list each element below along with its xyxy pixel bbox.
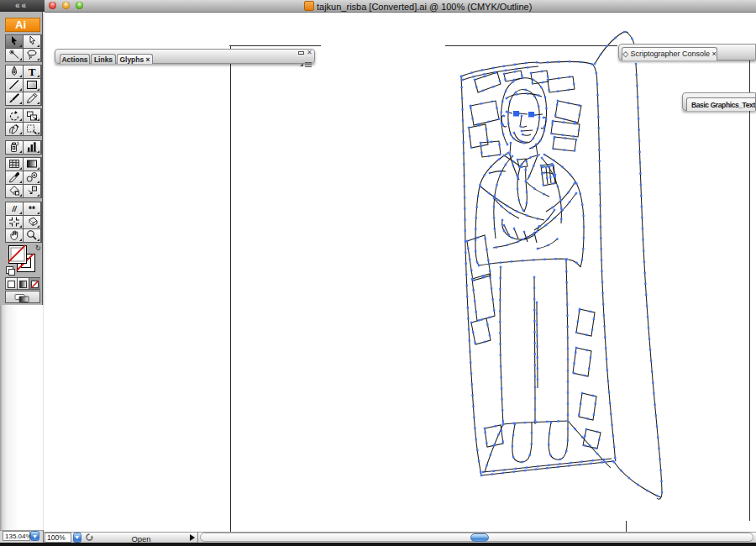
svg-text://: // bbox=[11, 205, 18, 213]
svg-text:T: T bbox=[29, 66, 36, 77]
svg-text:**: ** bbox=[29, 205, 35, 214]
